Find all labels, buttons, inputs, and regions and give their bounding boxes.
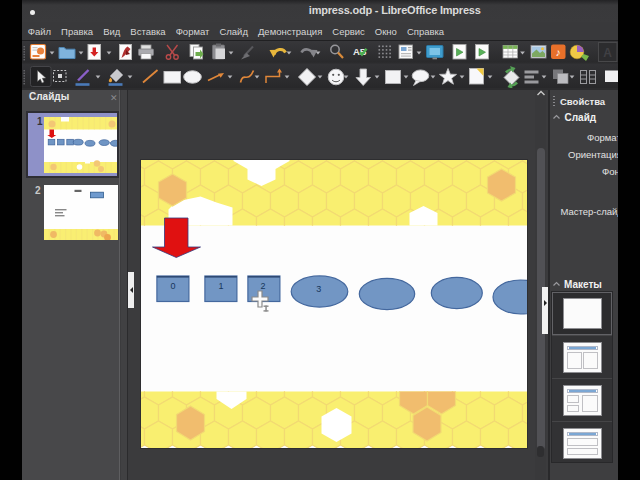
svg-text:A: A	[603, 46, 612, 60]
svg-text:1: 1	[218, 281, 223, 291]
svg-text:3: 3	[316, 284, 321, 294]
svg-text:♪: ♪	[556, 46, 561, 58]
svg-text:0: 0	[170, 281, 175, 291]
